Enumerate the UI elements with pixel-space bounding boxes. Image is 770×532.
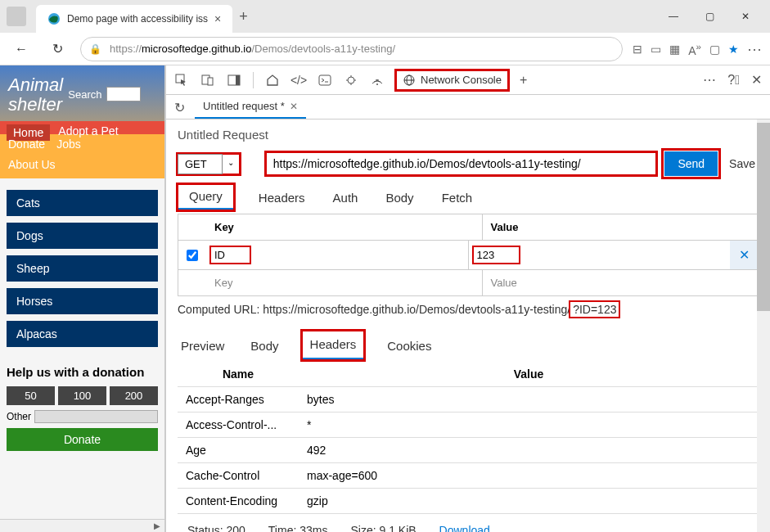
- nav-jobs[interactable]: Jobs: [56, 138, 81, 151]
- network-console-tab[interactable]: Network Console: [396, 70, 508, 90]
- url-input[interactable]: [266, 152, 657, 175]
- nav-about[interactable]: About Us: [8, 158, 56, 171]
- devtools-subtabs: ↻ Untitled request * ✕: [166, 95, 770, 119]
- vertical-scrollbar[interactable]: [757, 119, 770, 532]
- read-aloud-icon[interactable]: A»: [688, 41, 701, 57]
- param-value-input[interactable]: 123: [474, 247, 520, 263]
- amount-button[interactable]: 100: [58, 386, 106, 405]
- new-tab-button[interactable]: +: [232, 8, 254, 25]
- tab-fetch[interactable]: Fetch: [439, 186, 476, 210]
- back-button[interactable]: ←: [8, 36, 34, 62]
- animal-list: Cats Dogs Sheep Horses Alpacas: [0, 178, 164, 365]
- nav-donate[interactable]: Donate: [8, 138, 45, 151]
- extensions-icon[interactable]: ▦: [669, 43, 680, 56]
- tab-auth[interactable]: Auth: [330, 186, 362, 210]
- add-tab-button[interactable]: +: [520, 73, 527, 88]
- main-content: Animalshelter Search Home Adopt a Pet Do…: [0, 65, 770, 532]
- demo-page: Animalshelter Search Home Adopt a Pet Do…: [0, 65, 164, 532]
- resp-tab-cookies[interactable]: Cookies: [384, 332, 435, 359]
- resp-tab-body[interactable]: Body: [247, 332, 281, 359]
- donation-title: Help us with a donation: [7, 365, 158, 380]
- device-icon[interactable]: [200, 73, 215, 88]
- status-bar: Status: 200 Time: 33ms Size: 9.1 KiB Dow…: [178, 514, 759, 532]
- download-link[interactable]: Download: [439, 524, 490, 532]
- devtools-toolbar: </> Network Console + ⋯ ?⃝ ✕: [166, 65, 770, 95]
- app-icon[interactable]: ⊟: [633, 43, 642, 56]
- help-icon[interactable]: ?⃝: [727, 73, 740, 88]
- more-icon[interactable]: ⋯: [703, 72, 716, 88]
- horizontal-scrollbar[interactable]: ▶: [0, 519, 164, 532]
- favorites-icon[interactable]: ★: [728, 43, 739, 56]
- status-code: Status: 200: [187, 524, 245, 532]
- refresh-icon[interactable]: ↻: [171, 97, 188, 119]
- request-tab[interactable]: Untitled request * ✕: [195, 95, 306, 119]
- response-time: Time: 33ms: [268, 524, 328, 532]
- elements-icon[interactable]: </>: [291, 73, 306, 88]
- close-devtools-button[interactable]: ✕: [751, 72, 762, 88]
- page-title: Animalshelter: [8, 75, 63, 115]
- amount-button[interactable]: 200: [110, 386, 158, 405]
- globe-icon: [403, 74, 416, 87]
- browser-tab[interactable]: Demo page with accessibility iss ×: [36, 5, 232, 33]
- resp-tab-headers[interactable]: Headers: [302, 331, 365, 360]
- dock-icon[interactable]: [227, 73, 241, 88]
- maximize-button[interactable]: ▢: [691, 3, 727, 29]
- close-icon[interactable]: ✕: [290, 101, 298, 112]
- amount-button[interactable]: 50: [7, 386, 55, 405]
- delete-row-button[interactable]: ✕: [730, 241, 758, 269]
- url-text: https://microsoftedge.github.io/Demos/de…: [110, 43, 395, 55]
- search-label: Search: [68, 88, 101, 101]
- other-label: Other: [7, 411, 31, 422]
- resp-tab-preview[interactable]: Preview: [178, 332, 227, 359]
- column-header-name: Name: [178, 362, 299, 386]
- list-item[interactable]: Sheep: [7, 255, 158, 282]
- donation-section: Help us with a donation 50 100 200 Other…: [0, 365, 164, 459]
- tab-query[interactable]: Query: [178, 184, 234, 210]
- address-bar[interactable]: 🔒 https://microsoftedge.github.io/Demos/…: [80, 37, 623, 61]
- table-row: Content-Encodinggzip: [178, 489, 759, 514]
- devtools-content: Untitled Request GET ⌄ Send Save Query H…: [166, 119, 770, 532]
- browser-toolbar: ← ↻ 🔒 https://microsoftedge.github.io/De…: [0, 33, 770, 65]
- lock-icon: 🔒: [89, 43, 101, 55]
- profile-icon[interactable]: [7, 7, 26, 26]
- response-size: Size: 9.1 KiB: [350, 524, 416, 532]
- refresh-button[interactable]: ↻: [44, 36, 70, 62]
- param-key-input[interactable]: ID: [211, 247, 250, 263]
- send-button[interactable]: Send: [664, 151, 718, 176]
- tab-headers[interactable]: Headers: [255, 186, 308, 210]
- save-button[interactable]: Save: [726, 152, 759, 175]
- param-value-placeholder[interactable]: Value: [483, 270, 759, 295]
- response-headers-table: Name Value Accept-Rangesbytes Access-Con…: [178, 362, 759, 514]
- close-icon[interactable]: ×: [214, 12, 221, 25]
- page-header: Animalshelter Search Home Adopt a Pet Do…: [0, 65, 164, 178]
- collections-icon[interactable]: ▢: [709, 43, 720, 56]
- chevron-down-icon[interactable]: ⌄: [223, 154, 240, 174]
- row-checkbox[interactable]: [187, 250, 198, 261]
- network-icon[interactable]: [370, 73, 385, 88]
- close-button[interactable]: ✕: [727, 3, 763, 29]
- method-select[interactable]: GET ⌄: [178, 154, 240, 174]
- browser-titlebar: Demo page with accessibility iss × + — ▢…: [0, 0, 770, 33]
- tab-title: Demo page with accessibility iss: [67, 13, 208, 25]
- list-item[interactable]: Dogs: [7, 223, 158, 249]
- minimize-button[interactable]: —: [655, 3, 691, 29]
- table-row: ID 123 ✕: [178, 241, 758, 270]
- query-params-table: Key Value ID 123 ✕ Key Value: [178, 214, 759, 296]
- param-key-placeholder[interactable]: Key: [206, 270, 483, 295]
- list-item[interactable]: Cats: [7, 190, 158, 216]
- menu-button[interactable]: ⋯: [747, 40, 762, 58]
- sources-icon[interactable]: [344, 73, 358, 88]
- screen-icon[interactable]: ▭: [651, 43, 661, 56]
- column-header-key: Key: [206, 214, 483, 240]
- console-icon[interactable]: [317, 73, 332, 88]
- welcome-icon[interactable]: [265, 73, 280, 88]
- list-item[interactable]: Horses: [7, 288, 158, 314]
- other-input[interactable]: [34, 410, 158, 423]
- list-item[interactable]: Alpacas: [7, 321, 158, 347]
- donate-button[interactable]: Donate: [7, 428, 158, 451]
- inspect-icon[interactable]: [174, 73, 189, 88]
- svg-point-7: [348, 77, 354, 83]
- tab-body[interactable]: Body: [382, 186, 417, 210]
- svg-point-8: [376, 83, 378, 85]
- search-input[interactable]: [106, 87, 141, 101]
